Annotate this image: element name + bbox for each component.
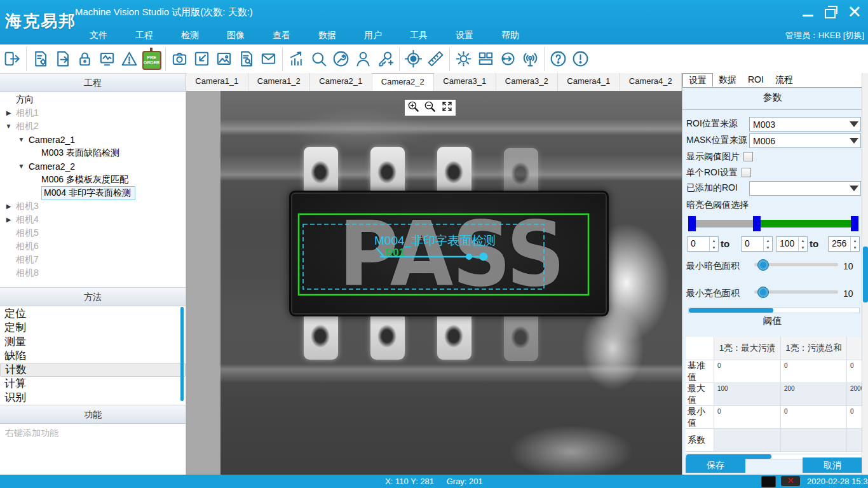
scrollbar-thumb[interactable]: [689, 308, 773, 313]
settings-tab-ROI[interactable]: ROI: [742, 73, 770, 87]
doc-export-icon[interactable]: [51, 46, 74, 72]
settings-tab-设置[interactable]: 设置: [682, 73, 713, 87]
camera-icon[interactable]: [168, 46, 191, 72]
tree-item[interactable]: ▼Camera2_1: [0, 133, 186, 146]
zoom-out-icon[interactable]: [424, 100, 436, 115]
table-cell[interactable]: 100: [714, 383, 781, 406]
tree-item[interactable]: M003 表面缺陷检测: [0, 146, 186, 159]
tree-expand-icon[interactable]: ▶: [5, 109, 12, 116]
method-item-测量[interactable]: 测量: [0, 335, 186, 349]
doc-search-icon[interactable]: [235, 46, 257, 72]
method-item-定制[interactable]: 定制: [0, 321, 186, 335]
camera-tab-Camera4_2[interactable]: Camera4_2: [620, 73, 682, 91]
fit-screen-icon[interactable]: [441, 100, 453, 115]
logout-icon[interactable]: [1, 46, 24, 72]
tree-item[interactable]: ▶相机1: [0, 106, 186, 119]
slider-handle-high[interactable]: [851, 216, 858, 231]
tree-item[interactable]: ▶相机4: [0, 213, 186, 226]
menu-检测[interactable]: 检测: [167, 28, 213, 43]
slider-handle[interactable]: [757, 259, 769, 271]
tree-item[interactable]: 相机6: [0, 240, 186, 253]
key-add-icon[interactable]: [374, 46, 397, 72]
tree-item[interactable]: 相机7: [0, 253, 186, 266]
status-error-icon[interactable]: ✕: [781, 476, 800, 486]
tree-collapse-icon[interactable]: ▼: [5, 123, 12, 130]
ruler-icon[interactable]: [424, 46, 447, 72]
single-roi-checkbox[interactable]: [742, 168, 751, 177]
camera-tab-Camera2_2[interactable]: Camera2_2: [372, 73, 435, 91]
table-cell[interactable]: 0: [781, 406, 847, 429]
close-button[interactable]: ✕: [847, 4, 862, 20]
warning-icon[interactable]: [118, 46, 140, 72]
method-item-定位[interactable]: 定位: [0, 307, 186, 321]
roi-handle-dot[interactable]: [466, 254, 472, 260]
menu-文件[interactable]: 文件: [76, 28, 121, 43]
preorder-icon[interactable]: PRE ORDER: [140, 46, 163, 72]
table-cell[interactable]: [781, 429, 847, 452]
menu-查看[interactable]: 查看: [259, 28, 304, 43]
sync-icon[interactable]: [497, 46, 519, 72]
dark-low-spinbox[interactable]: 0 ▲▼: [687, 236, 719, 252]
bright-low-spinbox[interactable]: 100 ▲▼: [776, 236, 808, 252]
table-cell[interactable]: [714, 429, 781, 452]
menu-工具[interactable]: 工具: [396, 28, 442, 43]
roi-rotate-handle-dot[interactable]: [480, 253, 488, 261]
spin-arrows[interactable]: ▲▼: [763, 237, 772, 251]
status-black-icon[interactable]: [761, 476, 776, 487]
lock-icon[interactable]: [74, 46, 96, 72]
repair-icon[interactable]: [330, 46, 352, 72]
mask-source-dropdown[interactable]: M006: [749, 133, 861, 148]
tree-item[interactable]: M006 多模板灰度匹配: [0, 173, 186, 186]
settings-tab-数据[interactable]: 数据: [713, 73, 742, 87]
spin-arrows[interactable]: ▲▼: [709, 237, 718, 251]
camera-tab-Camera3_1[interactable]: Camera3_1: [434, 73, 496, 91]
camera-tab-Camera1_1[interactable]: Camera1_1: [186, 73, 248, 91]
tree-collapse-icon[interactable]: ▼: [18, 136, 25, 143]
settings-vscrollbar[interactable]: [862, 73, 868, 475]
chevron-down-icon[interactable]: [848, 182, 860, 195]
help-icon[interactable]: [547, 46, 569, 72]
mail-icon[interactable]: [257, 46, 280, 72]
chevron-down-icon[interactable]: [848, 118, 860, 131]
slider-handle-low[interactable]: [688, 216, 696, 231]
tree-item[interactable]: 方向: [0, 93, 186, 106]
doc-settings-icon[interactable]: [29, 46, 51, 72]
alert-icon[interactable]: [569, 46, 592, 72]
spin-arrows[interactable]: ▲▼: [798, 237, 807, 251]
spin-arrows[interactable]: ▲▼: [850, 237, 859, 251]
roi-source-dropdown[interactable]: M003: [749, 117, 861, 132]
method-item-计算[interactable]: 计算: [0, 377, 186, 391]
tree-collapse-icon[interactable]: ▼: [18, 163, 25, 170]
added-roi-dropdown[interactable]: [749, 181, 861, 196]
table-cell[interactable]: 0: [847, 406, 862, 429]
image-viewport[interactable]: PASS M004_非印字表面检测 R01: [186, 91, 682, 475]
table-cell[interactable]: 0: [714, 360, 781, 383]
broadcast-icon[interactable]: [519, 46, 541, 72]
dark-high-spinbox[interactable]: 0 ▲▼: [741, 236, 773, 252]
settings-tab-流程[interactable]: 流程: [770, 73, 799, 87]
tree-item[interactable]: M004 非印字表面检测: [0, 186, 186, 200]
table-cell[interactable]: 2000: [847, 383, 862, 406]
tree-item[interactable]: ▶相机3: [0, 200, 186, 213]
method-item-识别[interactable]: 识别: [0, 391, 186, 403]
camera-tab-Camera1_2[interactable]: Camera1_2: [248, 73, 311, 91]
table-column-header[interactable]: 1亮：: [847, 337, 862, 360]
menu-工程[interactable]: 工程: [121, 28, 167, 43]
table-cell[interactable]: 0: [781, 360, 847, 383]
method-item-计数[interactable]: 计数: [0, 363, 186, 377]
user-icon[interactable]: [352, 46, 374, 72]
restore-button[interactable]: [825, 9, 836, 18]
search-icon[interactable]: [308, 46, 330, 72]
gear-icon[interactable]: [452, 46, 475, 72]
slider-handle-mid[interactable]: [753, 216, 761, 231]
chevron-down-icon[interactable]: [848, 134, 860, 147]
method-item-缺陷[interactable]: 缺陷: [0, 349, 186, 363]
table-cell[interactable]: [847, 429, 862, 452]
slider-handle[interactable]: [757, 287, 769, 298]
zoom-in-icon[interactable]: [407, 100, 419, 115]
image-icon[interactable]: [213, 46, 235, 72]
cancel-button[interactable]: 取消: [803, 458, 862, 473]
menu-用户[interactable]: 用户: [350, 28, 396, 43]
switch-user-link[interactable]: [切换]: [843, 30, 864, 40]
show-threshold-image-checkbox[interactable]: [743, 152, 753, 161]
